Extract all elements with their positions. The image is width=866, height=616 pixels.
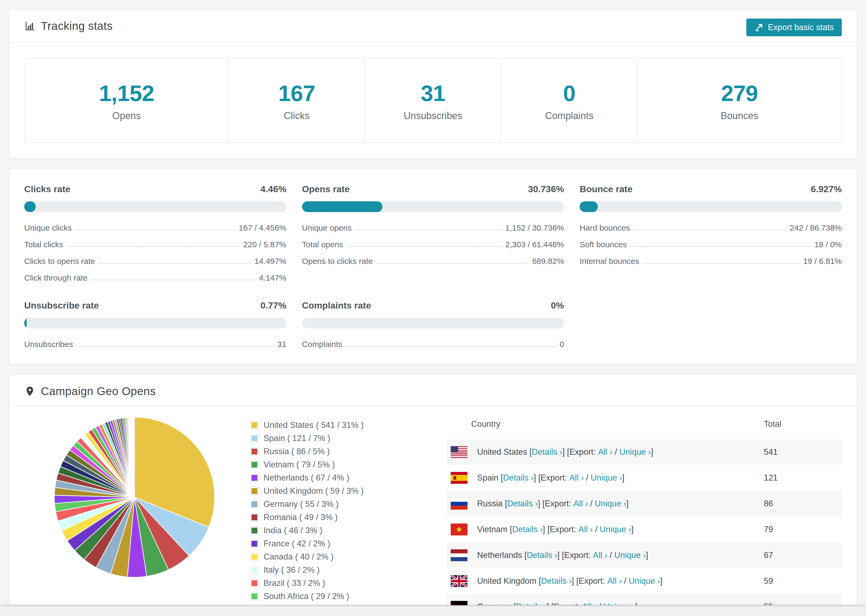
- legend-item: Vietnam ( 79 / 5% ): [250, 460, 403, 470]
- rate-detail-row: Internal bounces19 / 6.81%: [579, 257, 842, 266]
- legend-swatch: [250, 500, 259, 509]
- geo-table-row: United Kingdom [Details ›] [Export: All …: [446, 568, 842, 594]
- details-link[interactable]: Details ›: [503, 473, 534, 483]
- legend-label: India ( 46 / 3% ): [264, 526, 323, 535]
- slash: /: [588, 499, 595, 509]
- rate-detail-label: Clicks to opens rate: [24, 257, 95, 266]
- column-header-total: Total: [761, 419, 842, 429]
- legend-swatch: [250, 539, 259, 548]
- legend-item: United Kingdom ( 59 / 3% ): [250, 486, 403, 496]
- details-link[interactable]: Details ›: [512, 525, 543, 534]
- export-all-link[interactable]: All ›: [569, 473, 584, 483]
- dotted-leader: [355, 229, 502, 230]
- summary-stat-label: Bounces: [638, 110, 841, 121]
- dotted-leader: [633, 229, 786, 230]
- bracket: ]: [627, 499, 629, 509]
- geo-content: United States ( 541 / 31% )Spain ( 121 /…: [9, 406, 857, 605]
- summary-stats-row: 1,152Opens167Clicks31Unsubscribes0Compla…: [24, 58, 842, 143]
- country-cell: Netherlands [Details ›] [Export: All › /…: [446, 549, 761, 561]
- tracking-stats-header: Tracking stats: [9, 10, 857, 43]
- rate-detail-row: Soft bounces18 / 0%: [579, 240, 842, 249]
- vn-flag-icon: ★: [451, 523, 468, 535]
- export-unique-link[interactable]: Unique ›: [628, 576, 660, 586]
- legend-swatch: [250, 473, 259, 482]
- legend-item: Canada ( 40 / 2% ): [250, 552, 403, 562]
- legend-swatch: [250, 434, 259, 443]
- export-all-link[interactable]: All ›: [593, 550, 607, 560]
- nl-flag-icon: [451, 549, 468, 561]
- export-all-link[interactable]: All ›: [607, 576, 622, 586]
- rate-detail-rows: Unsubscribes31: [24, 340, 287, 349]
- export-all-link[interactable]: All ›: [573, 499, 587, 509]
- dotted-leader: [642, 263, 800, 264]
- rates-grid: Clicks rate4.46%Unique clicks167 / 4.456…: [9, 169, 857, 364]
- map-pin-icon: [24, 386, 36, 397]
- export-all-link[interactable]: All ›: [598, 447, 612, 457]
- details-link[interactable]: Details ›: [541, 576, 572, 586]
- legend-item: Germany ( 55 / 3% ): [250, 499, 403, 509]
- export-unique-link[interactable]: Unique ›: [590, 473, 622, 483]
- legend-swatch: [250, 487, 259, 495]
- summary-stat-label: Unsubscribes: [365, 110, 501, 121]
- rate-detail-value: 220 / 5.87%: [243, 240, 287, 249]
- bracket: ]: [660, 576, 663, 586]
- rate-detail-value: 2,303 / 61.446%: [505, 240, 564, 249]
- slash: /: [597, 602, 604, 605]
- legend-item: Spain ( 121 / 7% ): [250, 434, 403, 443]
- pie-legend: United States ( 541 / 31% )Spain ( 121 /…: [250, 420, 403, 605]
- slash: /: [584, 473, 590, 483]
- legend-item: Italy ( 36 / 2% ): [250, 565, 403, 575]
- bracket: ]: [651, 447, 653, 457]
- slash: /: [612, 447, 619, 457]
- details-link[interactable]: Details ›: [532, 447, 562, 457]
- summary-stat-label: Complaints: [501, 110, 637, 121]
- rates-card: Clicks rate4.46%Unique clicks167 / 4.456…: [9, 168, 857, 364]
- legend-swatch: [250, 566, 259, 574]
- export-unique-link[interactable]: Unique ›: [600, 525, 631, 534]
- gb-flag-icon: [451, 575, 468, 587]
- bracket: [: [510, 525, 512, 534]
- dotted-leader: [98, 263, 251, 264]
- legend-item: India ( 46 / 3% ): [250, 526, 403, 535]
- bracket: [: [501, 473, 503, 483]
- legend-swatch: [250, 526, 259, 535]
- details-link[interactable]: Details ›: [507, 499, 538, 509]
- legend-label: United Kingdom ( 59 / 3% ): [264, 486, 364, 496]
- export-unique-link[interactable]: Unique ›: [614, 550, 646, 560]
- ru-flag-icon: [451, 498, 468, 509]
- export-all-link[interactable]: All ›: [582, 602, 597, 605]
- tracking-stats-page: Tracking stats Export basic stats 1,152O…: [0, 0, 866, 605]
- country-cell: Russia [Details ›] [Export: All › / Uniq…: [446, 498, 761, 509]
- export-unique-link[interactable]: Unique ›: [603, 602, 635, 605]
- geo-table-row: United States [Details ›] [Export: All ›…: [446, 439, 842, 465]
- rate-block: Bounce rate6.927%Hard bounces242 / 86.73…: [579, 184, 842, 283]
- total-cell: 67: [761, 550, 842, 560]
- details-link[interactable]: Details ›: [527, 550, 557, 560]
- rate-progress-fill: [579, 201, 598, 212]
- rate-value: 0.77%: [260, 300, 286, 311]
- summary-stat-value: 0: [501, 80, 637, 107]
- legend-label: Spain ( 121 / 7% ): [264, 434, 330, 443]
- rate-detail-row: Total clicks220 / 5.87%: [24, 240, 287, 249]
- rate-detail-value: 0: [560, 340, 564, 349]
- us-flag-icon: [451, 446, 468, 458]
- rate-detail-value: 14.497%: [254, 257, 286, 266]
- rate-detail-rows: Unique opens1,152 / 30.736%Total opens2,…: [302, 223, 564, 266]
- geo-table-row: Netherlands [Details ›] [Export: All › /…: [446, 542, 842, 568]
- dotted-leader: [75, 229, 236, 230]
- rate-progress-fill: [24, 318, 27, 328]
- legend-swatch: [250, 421, 259, 429]
- export-unique-link[interactable]: Unique ›: [595, 499, 627, 509]
- geo-table: Country Total United States [Details ›] …: [446, 414, 842, 605]
- export-basic-stats-button[interactable]: Export basic stats: [746, 19, 842, 36]
- legend-label: Brazil ( 33 / 2% ): [264, 578, 325, 588]
- rate-detail-rows: Complaints0: [302, 340, 564, 349]
- details-link[interactable]: Details ›: [516, 602, 547, 605]
- export-label: Export:: [564, 550, 593, 560]
- export-all-link[interactable]: All ›: [578, 525, 593, 534]
- export-unique-link[interactable]: Unique ›: [619, 447, 651, 457]
- total-cell: 59: [761, 576, 842, 586]
- rate-detail-label: Unsubscribes: [24, 340, 73, 349]
- rate-value: 6.927%: [811, 184, 842, 194]
- rate-detail-value: 167 / 4.456%: [239, 223, 287, 233]
